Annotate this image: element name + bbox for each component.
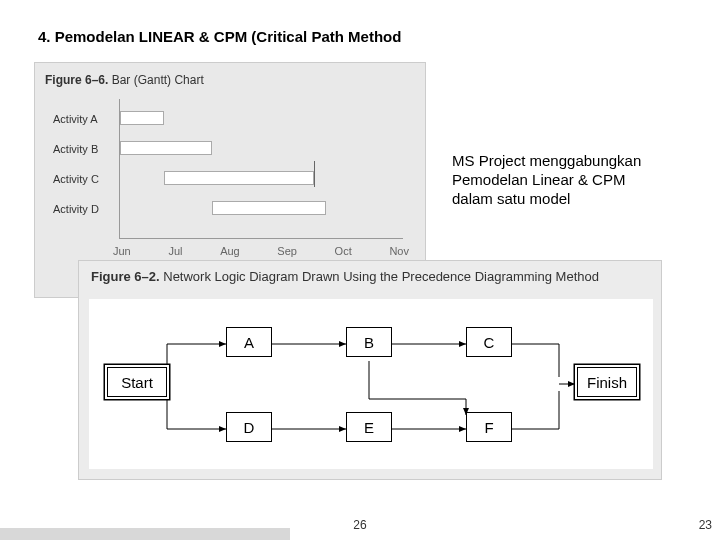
slide-accent-decoration (0, 514, 290, 540)
month-jun: Jun (113, 245, 131, 257)
node-a: A (226, 327, 272, 357)
side-paragraph: MS Project menggabungkan Pemodelan Linea… (452, 152, 641, 208)
node-c: C (466, 327, 512, 357)
month-oct: Oct (335, 245, 352, 257)
node-start: Start (107, 367, 167, 397)
gantt-bar-d (212, 201, 326, 215)
node-e: E (346, 412, 392, 442)
network-caption: Figure 6–2. Network Logic Diagram Drawn … (91, 269, 599, 284)
gantt-label-a: Activity A (53, 113, 98, 125)
node-finish: Finish (577, 367, 637, 397)
node-b: B (346, 327, 392, 357)
node-f: F (466, 412, 512, 442)
gantt-bar-a (120, 111, 164, 125)
gantt-bar-b (120, 141, 212, 155)
side-line-1: MS Project menggabungkan (452, 152, 641, 171)
side-line-2: Pemodelan Linear & CPM (452, 171, 641, 190)
gantt-bar-c (164, 171, 314, 185)
gantt-plot-area: Activity A Activity B Activity C Activit… (53, 99, 409, 281)
network-caption-rest: Network Logic Diagram Drawn Using the Pr… (160, 269, 599, 284)
gantt-axes (119, 99, 403, 239)
month-nov: Nov (389, 245, 409, 257)
slide-heading: 4. Pemodelan LINEAR & CPM (Critical Path… (38, 28, 401, 45)
gantt-caption: Figure 6–6. Bar (Gantt) Chart (45, 73, 204, 87)
network-diagram-figure: Figure 6–2. Network Logic Diagram Drawn … (78, 260, 662, 480)
gantt-label-b: Activity B (53, 143, 98, 155)
gantt-label-d: Activity D (53, 203, 99, 215)
gantt-caption-bold: Figure 6–6. (45, 73, 108, 87)
network-stage: Start A B C D E F Finish (89, 299, 653, 469)
page-number-center: 26 (353, 518, 366, 532)
network-arrows (89, 299, 653, 469)
node-d: D (226, 412, 272, 442)
page-number-right: 23 (699, 518, 712, 532)
month-aug: Aug (220, 245, 240, 257)
gantt-label-c: Activity C (53, 173, 99, 185)
network-caption-bold: Figure 6–2. (91, 269, 160, 284)
gantt-data-date-line (314, 161, 315, 187)
month-jul: Jul (168, 245, 182, 257)
gantt-caption-rest: Bar (Gantt) Chart (108, 73, 203, 87)
side-line-3: dalam satu model (452, 190, 641, 209)
month-sep: Sep (277, 245, 297, 257)
gantt-x-labels: Jun Jul Aug Sep Oct Nov (113, 245, 409, 257)
